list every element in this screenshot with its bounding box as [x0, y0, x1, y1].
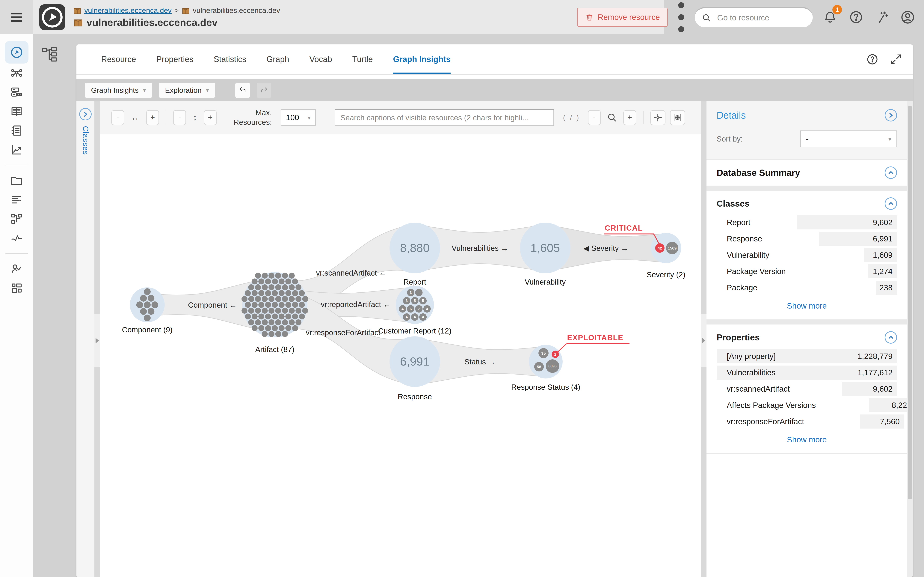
- label-severity: Severity (2): [646, 270, 685, 279]
- zoom-in-vertical-button[interactable]: +: [204, 110, 217, 125]
- sidebar-item-workflows-icon[interactable]: [5, 209, 29, 228]
- help-icon[interactable]: [866, 53, 879, 66]
- class-connection-graph[interactable]: 33554674444 42 1569 35 2 58: [100, 134, 701, 577]
- collapse-classes-chevron-icon[interactable]: [885, 197, 897, 210]
- label-artifact: Artifact (87): [255, 345, 294, 354]
- response-count: 6,991: [400, 355, 430, 368]
- label-customer-report: Customer Report (12): [378, 327, 452, 335]
- caption-search-input[interactable]: [335, 109, 554, 126]
- user-profile-icon[interactable]: [899, 9, 916, 26]
- collapse-details-chevron-icon[interactable]: [885, 109, 897, 121]
- tab-turtle[interactable]: Turtle: [352, 44, 373, 74]
- class-row[interactable]: Package Version 1,274: [717, 264, 897, 278]
- tab-graph-insights[interactable]: Graph Insights: [393, 44, 451, 74]
- help-icon[interactable]: [848, 9, 865, 26]
- class-row[interactable]: Response 6,991: [717, 232, 897, 246]
- sidebar-item-projects-folder-icon[interactable]: [5, 171, 29, 190]
- classes-show-more-link[interactable]: Show more: [717, 301, 897, 310]
- sidebar-item-dashboard-blocks-icon[interactable]: [5, 278, 29, 298]
- classes-panel-label[interactable]: Classes: [81, 126, 90, 155]
- zoom-out-vertical-button[interactable]: -: [173, 110, 186, 125]
- svg-text:3: 3: [406, 299, 408, 303]
- mode-dropdown-value: Exploration: [165, 86, 202, 95]
- sidebar-item-notebook-icon[interactable]: [5, 121, 29, 140]
- class-row[interactable]: Package 238: [717, 280, 897, 295]
- details-heading: Details: [717, 110, 746, 121]
- tab-resource[interactable]: Resource: [101, 44, 136, 74]
- svg-text:CRITICAL: CRITICAL: [605, 224, 643, 232]
- dataset-box-icon: [182, 6, 190, 15]
- class-row[interactable]: Vulnerability 1,609: [717, 248, 897, 262]
- breadcrumb-link[interactable]: vulnerabilities.eccenca.dev: [84, 6, 172, 15]
- sidebar-item-queries-icon[interactable]: [5, 190, 29, 209]
- class-row[interactable]: Report 9,602: [717, 215, 897, 229]
- tab-graph[interactable]: Graph: [267, 44, 289, 74]
- svg-text:4: 4: [414, 315, 416, 319]
- tab-statistics[interactable]: Statistics: [214, 44, 246, 74]
- annotation-exploitable: EXPLOITABLE: [557, 333, 630, 353]
- scrollbar-thumb[interactable]: [908, 106, 912, 500]
- center-graph-button[interactable]: [650, 110, 665, 125]
- collapse-properties-chevron-icon[interactable]: [885, 331, 897, 343]
- sidebar-item-user-check-icon[interactable]: [5, 259, 29, 278]
- app-logo-compass-icon[interactable]: [39, 4, 65, 30]
- undo-button[interactable]: [235, 83, 250, 98]
- svg-text:3: 3: [410, 290, 412, 295]
- max-resources-select[interactable]: 100 ▾: [281, 109, 316, 126]
- sidebar-item-datasets-icon[interactable]: [5, 83, 29, 102]
- classes-section: Classes Report 9,602 Response 6,991 Vuln…: [707, 191, 907, 319]
- search-icon: [606, 112, 618, 123]
- fit-to-screen-button[interactable]: [670, 110, 685, 125]
- graph-canvas[interactable]: - ↔ + - ↕ + Max. Resources: 100 ▾ (- / -…: [100, 101, 701, 577]
- menu-icon[interactable]: [0, 0, 33, 34]
- tab-properties[interactable]: Properties: [156, 44, 193, 74]
- sidebar-item-vocabulary-book-icon[interactable]: [5, 102, 29, 121]
- collapse-summary-chevron-icon[interactable]: [885, 166, 897, 179]
- kebab-menu-icon[interactable]: [677, 10, 686, 24]
- go-to-resource-input[interactable]: [716, 13, 803, 23]
- mode-dropdown[interactable]: Exploration▾: [159, 83, 215, 98]
- sort-by-select[interactable]: - ▾: [800, 131, 897, 147]
- go-to-resource-search[interactable]: [695, 7, 813, 27]
- navigation-tree-icon[interactable]: [42, 47, 57, 62]
- properties-show-more-link[interactable]: Show more: [717, 435, 897, 444]
- property-row[interactable]: [Any property] 1,228,779: [717, 349, 897, 363]
- property-row[interactable]: vr:scannedArtifact 9,602: [717, 382, 897, 396]
- property-row[interactable]: vr:responseForArtifact 7,560: [717, 414, 897, 429]
- tab-vocab[interactable]: Vocab: [309, 44, 332, 74]
- svg-text:EXPLOITABLE: EXPLOITABLE: [567, 333, 623, 342]
- view-dropdown[interactable]: Graph Insights▾: [85, 83, 152, 98]
- svg-text:4: 4: [426, 307, 428, 311]
- expand-classes-chevron-icon[interactable]: [79, 108, 92, 120]
- edge-label-reported-artifact: vr:reportedArtifact ←: [321, 300, 391, 309]
- notifications-bell-icon[interactable]: 1: [822, 9, 839, 26]
- remove-resource-button[interactable]: Remove resource: [577, 8, 668, 27]
- left-panel-resize-handle[interactable]: [95, 101, 100, 577]
- edge-label-status: Status →: [464, 358, 496, 366]
- edge-label-response-for-artifact: vr:responseForArtifact ←: [306, 328, 390, 337]
- breadcrumb: vulnerabilities.eccenca.dev > vulnerabil…: [73, 6, 280, 15]
- details-scrollbar[interactable]: [907, 101, 913, 577]
- wand-icon[interactable]: [873, 9, 890, 26]
- resource-card: Resource Properties Statistics Graph Voc…: [76, 44, 913, 577]
- classes-panel-collapsed[interactable]: Classes: [76, 101, 95, 577]
- sidebar-item-explore-compass-icon[interactable]: [5, 41, 29, 64]
- sidebar-item-knowledge-graph-icon[interactable]: [5, 64, 29, 83]
- graph-insights-content: Classes - ↔ + - ↕ + Max. Resources: 100: [76, 101, 913, 577]
- sidebar-divider: [5, 253, 28, 254]
- sidebar-item-insights-chart-icon[interactable]: [5, 140, 29, 159]
- property-row[interactable]: Vulnerabilities 1,177,612: [717, 366, 897, 380]
- fullscreen-expand-icon[interactable]: [889, 53, 903, 66]
- redo-button[interactable]: [257, 83, 271, 98]
- search-next-button[interactable]: +: [623, 110, 636, 125]
- zoom-in-horizontal-button[interactable]: +: [146, 110, 159, 125]
- sidebar-item-activity-pulse-icon[interactable]: [5, 228, 29, 247]
- search-prev-button[interactable]: -: [588, 110, 601, 125]
- property-row[interactable]: Affects Package Versions 8,228: [717, 398, 897, 412]
- chevron-down-icon: ▾: [143, 87, 146, 93]
- label-report: Report: [403, 278, 426, 286]
- zoom-out-horizontal-button[interactable]: -: [111, 110, 124, 125]
- edge-label-scanned-artifact: vr:scannedArtifact ←: [316, 269, 387, 277]
- svg-text:35: 35: [541, 351, 546, 355]
- right-panel-resize-handle[interactable]: [701, 101, 707, 577]
